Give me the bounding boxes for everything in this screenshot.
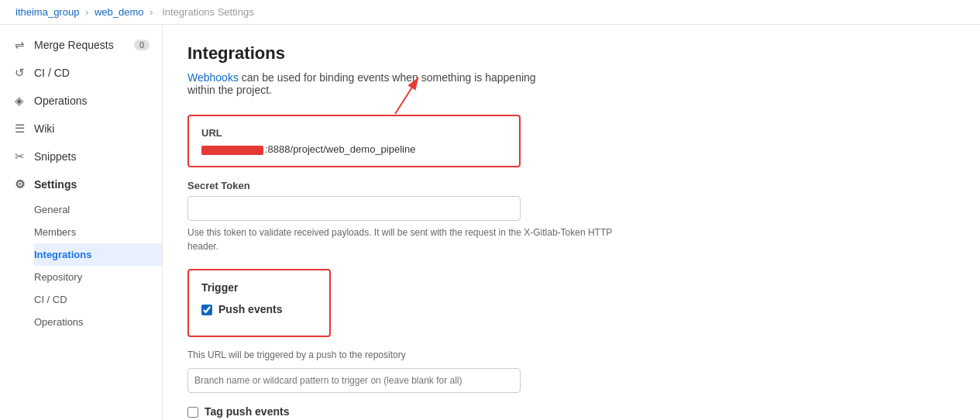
breadcrumb-group[interactable]: itheima_group — [15, 6, 79, 18]
secret-token-helper: Use this token to validate received payl… — [187, 225, 637, 253]
sidebar-label: Operations — [34, 95, 87, 107]
trigger-section: Trigger Push events — [187, 269, 331, 337]
sidebar-item-integrations[interactable]: Integrations — [34, 243, 162, 266]
sidebar-item-settings-cicd[interactable]: CI / CD — [34, 288, 162, 311]
sidebar-item-settings[interactable]: ⚙ Settings — [0, 170, 162, 198]
settings-icon: ⚙ — [12, 177, 26, 191]
integrations-label: Integrations — [34, 249, 91, 260]
trigger-label: Trigger — [201, 281, 317, 294]
url-section: URL :8888/project/web_demo_pipeline — [187, 115, 521, 167]
repository-label: Repository — [34, 271, 82, 283]
sidebar-item-settings-operations[interactable]: Operations — [34, 311, 162, 333]
tag-push-events-checkbox[interactable] — [187, 407, 198, 418]
operations-label: Operations — [34, 316, 84, 328]
sidebar-label: Merge Requests — [34, 39, 114, 51]
sidebar-item-merge-requests[interactable]: ⇌ Merge Requests 0 — [0, 31, 162, 59]
tag-push-events-item: Tag push events This URL will be trigger… — [187, 405, 955, 420]
sidebar-item-snippets[interactable]: ✂ Snippets — [0, 143, 162, 170]
cicd-label: CI / CD — [34, 294, 67, 305]
general-label: General — [34, 204, 70, 215]
cicd-icon: ↺ — [12, 66, 26, 80]
sidebar: ⇌ Merge Requests 0 ↺ CI / CD ◈ Operation… — [0, 25, 163, 420]
sidebar-item-repository[interactable]: Repository — [34, 266, 162, 288]
merge-requests-icon: ⇌ — [12, 38, 26, 52]
operations-icon: ◈ — [12, 94, 26, 108]
url-value: :8888/project/web_demo_pipeline — [201, 143, 507, 155]
sidebar-label: Snippets — [34, 150, 76, 163]
intro-text: Webhooks can be used for binding events … — [187, 71, 559, 96]
secret-token-label: Secret Token — [187, 180, 652, 191]
push-events-desc: This URL will be triggered by a push to … — [187, 349, 652, 360]
breadcrumb: itheima_group › web_demo › Integrations … — [0, 0, 980, 25]
push-events-checkbox[interactable] — [201, 305, 212, 315]
sidebar-label: CI / CD — [34, 67, 70, 79]
webhooks-link[interactable]: Webhooks — [187, 71, 239, 84]
breadcrumb-project[interactable]: web_demo — [95, 6, 144, 18]
merge-requests-badge: 0 — [134, 40, 150, 50]
sidebar-item-cicd[interactable]: ↺ CI / CD — [0, 59, 162, 87]
sidebar-label: Settings — [34, 178, 77, 191]
main-content: Integrations Webhooks can be used for bi… — [163, 25, 980, 420]
secret-token-input[interactable] — [187, 196, 521, 221]
push-events-item: Push events — [201, 303, 317, 315]
breadcrumb-current: Integrations Settings — [162, 6, 254, 18]
members-label: Members — [34, 226, 76, 238]
tag-push-events-label: Tag push events — [205, 405, 490, 418]
wiki-icon: ☰ — [12, 122, 26, 136]
page-title: Integrations — [187, 43, 955, 64]
sidebar-item-wiki[interactable]: ☰ Wiki — [0, 115, 162, 143]
secret-token-section: Secret Token Use this token to validate … — [187, 180, 652, 253]
snippets-icon: ✂ — [12, 150, 26, 164]
sidebar-item-general[interactable]: General — [34, 198, 162, 221]
sidebar-item-operations[interactable]: ◈ Operations — [0, 87, 162, 115]
branch-input[interactable] — [187, 368, 521, 393]
url-label: URL — [201, 127, 507, 139]
sidebar-item-members[interactable]: Members — [34, 221, 162, 243]
url-redacted-part — [201, 146, 263, 155]
settings-submenu: General Members Integrations Repository … — [0, 198, 162, 333]
push-events-label: Push events — [218, 303, 282, 315]
sidebar-label: Wiki — [34, 122, 54, 135]
